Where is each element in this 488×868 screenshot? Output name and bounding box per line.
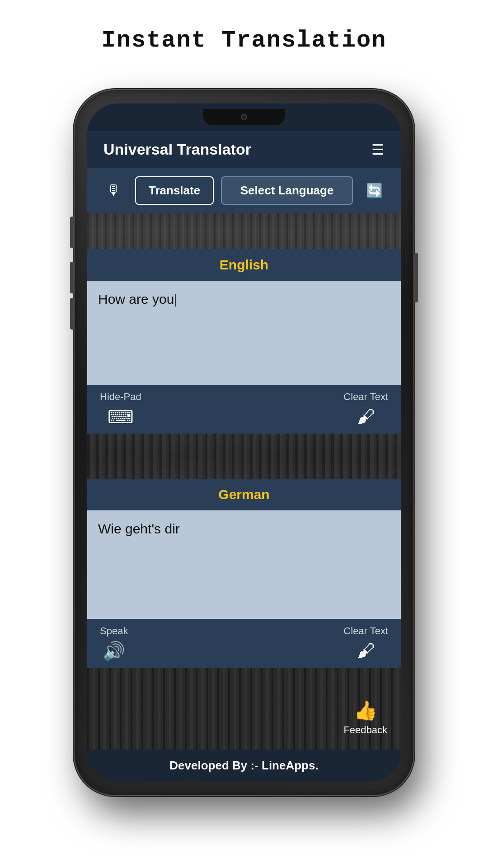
hide-pad-button[interactable]: Hide-Pad ⌨ <box>100 391 141 427</box>
feedback-label: Feedback <box>343 724 387 736</box>
source-text-content: How are you <box>98 292 174 307</box>
toolbar: 🎙 Translate Select Language 🔄 <box>87 168 401 213</box>
text-cursor <box>175 294 176 307</box>
select-language-button[interactable]: Select Language <box>221 176 353 205</box>
hide-pad-label: Hide-Pad <box>100 391 141 403</box>
app-footer: Developed By :- LineApps. <box>87 750 401 782</box>
target-language-label: German <box>87 479 401 510</box>
source-action-bar: Hide-Pad ⌨ Clear Text 🖌 <box>87 385 401 434</box>
speak-button[interactable]: Speak 🔊 <box>100 625 128 662</box>
phone-shell: Universal Translator ☰ 🎙 Translate Selec… <box>75 90 413 795</box>
speak-label: Speak <box>100 625 128 637</box>
header-bar: Universal Translator ☰ <box>87 131 401 168</box>
target-clear-icon: 🖌 <box>357 641 375 661</box>
thumbs-up-icon: 👍 <box>354 699 377 722</box>
background-strip-top <box>87 213 401 249</box>
mic-icon: 🎙 <box>107 182 121 199</box>
source-language-label: English <box>87 249 401 281</box>
source-language-panel: English <box>87 249 401 281</box>
target-clear-text-button[interactable]: Clear Text 🖌 <box>343 625 388 661</box>
feedback-button[interactable]: 👍 Feedback <box>343 699 387 736</box>
refresh-button[interactable]: 🔄 <box>360 177 388 205</box>
translated-text-content: Wie geht's dir <box>98 521 180 536</box>
translate-button[interactable]: Translate <box>135 176 214 205</box>
target-action-bar: Speak 🔊 Clear Text 🖌 <box>87 619 401 668</box>
notch-area <box>87 104 401 131</box>
background-strip-mid <box>87 434 401 479</box>
source-clear-icon: 🖌 <box>357 406 375 427</box>
footer-text: Developed By :- LineApps. <box>169 759 318 772</box>
notch <box>203 109 285 125</box>
target-language-panel: German <box>87 479 401 510</box>
menu-icon[interactable]: ☰ <box>371 141 385 158</box>
keyboard-icon: ⌨ <box>108 406 134 427</box>
background-strip-bottom: 👍 Feedback <box>87 668 401 750</box>
page-title: Instant Translation <box>102 27 387 54</box>
source-clear-text-button[interactable]: Clear Text 🖌 <box>343 391 388 427</box>
target-clear-text-label: Clear Text <box>343 625 388 637</box>
camera-dot <box>241 114 247 120</box>
app-title: Universal Translator <box>103 141 251 158</box>
source-text-area[interactable]: How are you <box>87 281 401 385</box>
phone-screen: Universal Translator ☰ 🎙 Translate Selec… <box>87 104 401 782</box>
mic-button[interactable]: 🎙 <box>100 177 128 205</box>
source-clear-text-label: Clear Text <box>343 391 388 403</box>
speaker-icon: 🔊 <box>103 641 125 662</box>
refresh-icon: 🔄 <box>366 183 383 198</box>
target-text-area: Wie geht's dir <box>87 510 401 619</box>
